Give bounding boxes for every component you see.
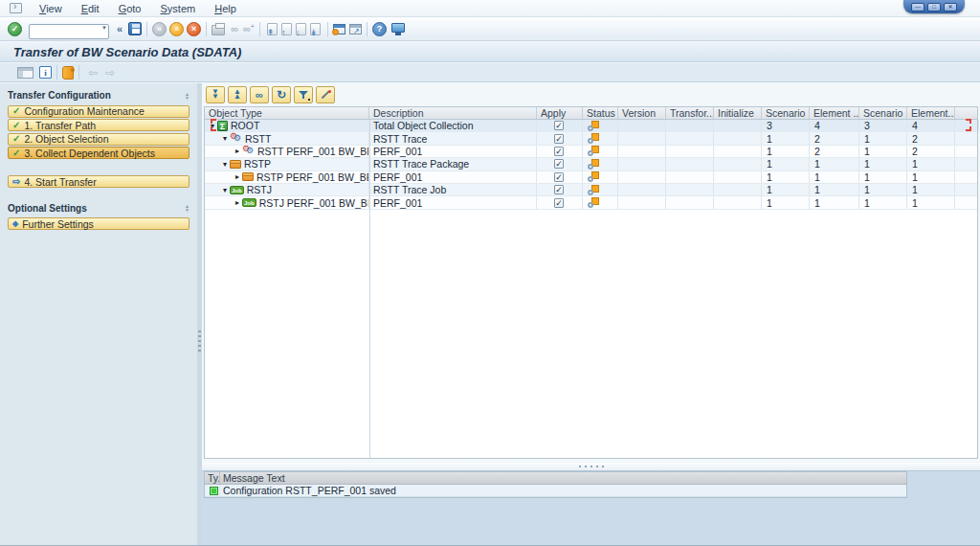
hide-command-field-button[interactable]: « [117, 23, 122, 34]
sidebar-step-button-2-object-selection[interactable]: ✓2. Object Selection [8, 133, 189, 146]
column-header-initialize[interactable]: Initialize [714, 107, 762, 119]
collapse-node-icon[interactable]: ▾ [220, 160, 230, 169]
close-button[interactable]: ✕ [944, 3, 957, 11]
expand-node-icon[interactable]: ▸ [233, 198, 242, 207]
diamond-icon: ◆ [12, 219, 18, 229]
last-page-icon[interactable]: ↡ [310, 23, 321, 35]
column-header-object-type[interactable]: Object Type [205, 107, 369, 119]
find-next-icon[interactable]: ∞ [243, 23, 255, 34]
apply-checkbox[interactable]: ✓ [554, 159, 564, 169]
column-header-status[interactable]: Status [583, 107, 618, 119]
tree-table-row-rstt-perf-001-bw-bex[interactable]: ▸⚙⚙RSTT PERF_001 BW_BEXPERF_001✓1212 [205, 146, 977, 158]
services-for-object-icon[interactable] [62, 66, 74, 80]
menu-item-goto[interactable]: Goto [109, 1, 151, 16]
horizontal-splitter[interactable] [202, 463, 980, 470]
splitter-handle-icon[interactable] [198, 330, 201, 352]
menu-item-edit[interactable]: Edit [72, 1, 109, 16]
configure-layout-button[interactable] [316, 86, 335, 103]
system-menu-icon[interactable] [10, 3, 22, 13]
column-header-element-[interactable]: Element... [907, 107, 955, 119]
sidebar-section-title: Optional Settings▲▼ [0, 190, 197, 216]
back-button[interactable]: « [152, 22, 167, 36]
sidebar-step-button-further-settings[interactable]: ◆Further Settings [8, 217, 189, 230]
next-page-icon[interactable]: ↓ [296, 23, 306, 35]
section-scroll-spinner[interactable]: ▲▼ [185, 92, 189, 100]
apply-checkbox[interactable]: ✓ [554, 147, 564, 156]
refresh-button[interactable]: ↻ [272, 86, 291, 103]
navigate-forward-icon[interactable]: ⇨ [105, 66, 115, 80]
count-cell: 1 [859, 196, 907, 208]
sidebar-step-button-1-transfer-path[interactable]: ✓1. Transfer Path [8, 119, 189, 131]
dropdown-icon[interactable]: ▼ [101, 25, 107, 31]
section-title-text: Transfer Configuration [8, 90, 111, 101]
cancel-button[interactable]: × [187, 22, 201, 36]
empty-cell [714, 132, 762, 144]
previous-page-icon[interactable]: ↑ [281, 23, 292, 35]
tree-table-row-rstt[interactable]: ▾⚙⚙RSTTRSTT Trace✓1212 [205, 132, 977, 145]
expand-all-button[interactable]: ▼▼ [206, 86, 225, 103]
menu-item-system[interactable]: System [150, 1, 205, 16]
sidebar-step-button-configuration-maintenance[interactable]: ✓Configuration Maintenance [8, 105, 189, 118]
tree-table-row-rstj[interactable]: ▾JobRSTJRSTT Trace Job✓1111 [205, 184, 977, 196]
create-shortcut-icon[interactable] [349, 24, 362, 34]
apply-checkbox[interactable]: ✓ [554, 198, 564, 208]
empty-cell [666, 132, 714, 144]
toolbar-separator [146, 22, 147, 36]
enter-button[interactable]: ✓ [8, 22, 22, 36]
command-field[interactable] [29, 24, 109, 39]
tree-table-row-rstj-perf-001-bw-bex[interactable]: ▸JobRSTJ PERF_001 BW_BEXPERF_001✓1111 [205, 196, 977, 209]
column-header-element-[interactable]: Element ... [810, 107, 859, 119]
object-description: PERF_001 [369, 171, 537, 183]
column-header-apply[interactable]: Apply [537, 107, 583, 119]
step-button-label: 1. Transfer Path [24, 120, 96, 131]
standard-toolbar: ✓ ▼ « « « × ∞ ∞ ↟ ↑ ↓ ↡ ? [0, 17, 980, 41]
package-icon [242, 172, 254, 181]
print-icon[interactable] [212, 25, 225, 35]
column-header-description[interactable]: Description [369, 107, 537, 119]
sidebar-step-button-3-collect-dependent-objects[interactable]: ✓3. Collect Dependent Objects [8, 147, 189, 159]
sap-gui-window: ViewEditGotoSystemHelp — □ ✕ ✓ ▼ « « « ×… [0, 0, 980, 546]
title-bar: Transfer of BW Scenario Data (SDATA) [0, 42, 980, 62]
info-icon[interactable]: i [39, 66, 52, 79]
collapse-node-icon[interactable]: ▾ [220, 186, 230, 194]
first-page-icon[interactable]: ↟ [267, 23, 278, 35]
apply-checkbox[interactable]: ✓ [554, 172, 564, 182]
message-column-header-text[interactable]: Message Text [220, 472, 906, 484]
find-button[interactable]: ∞ [250, 86, 269, 103]
sidebar-step-button-4-start-transfer[interactable]: ⇨4. Start Transfer [8, 175, 189, 188]
help-button[interactable]: ? [372, 22, 387, 36]
menu-items: ViewEditGotoSystemHelp [30, 3, 246, 14]
column-header-transfor-[interactable]: Transfor... [666, 107, 714, 119]
gui-settings-icon[interactable] [391, 23, 405, 33]
section-scroll-spinner[interactable]: ▲▼ [185, 204, 189, 212]
message-row[interactable]: Configuration RSTT_PERF_001 saved [205, 485, 906, 497]
tree-column-splitter[interactable] [369, 120, 370, 458]
column-header-scenario-[interactable]: Scenario ... [762, 107, 810, 119]
maximize-button[interactable]: □ [927, 3, 941, 11]
table-view-icon[interactable] [17, 67, 33, 79]
message-column-header-type[interactable]: Ty.. [205, 472, 220, 484]
expand-node-icon[interactable]: ▸ [233, 147, 242, 155]
new-session-icon[interactable] [333, 24, 345, 34]
column-header-scenario-[interactable]: Scenario ... [859, 107, 907, 119]
tree-table-row-root[interactable]: ▾ΣROOTTotal Object Collection✓3434 [205, 120, 977, 132]
collapse-node-icon[interactable]: ▾ [220, 134, 230, 143]
tree-table-row-rstp-perf-001-bw-bex[interactable]: ▸RSTP PERF_001 BW_BEXPERF_001✓1111 [205, 171, 977, 184]
expand-node-icon[interactable]: ▸ [233, 172, 242, 181]
apply-checkbox[interactable]: ✓ [554, 185, 564, 194]
count-cell: 1 [859, 171, 907, 183]
collapse-all-button[interactable]: ▲▲ [228, 86, 247, 103]
menu-item-view[interactable]: View [30, 1, 72, 16]
minimize-button[interactable]: — [911, 3, 924, 11]
column-header-version[interactable]: Version [618, 107, 666, 119]
exit-button[interactable]: « [169, 22, 184, 36]
tree-table-row-rstp[interactable]: ▾RSTPRSTT Trace Package✓1111 [205, 158, 977, 171]
save-button[interactable] [128, 22, 142, 35]
count-cell: 1 [762, 196, 810, 208]
find-icon[interactable]: ∞ [231, 23, 238, 34]
menu-item-help[interactable]: Help [205, 1, 246, 16]
filter-button[interactable] [294, 86, 313, 103]
apply-checkbox[interactable]: ✓ [554, 121, 564, 130]
navigate-back-icon[interactable]: ⇦ [88, 66, 98, 80]
apply-checkbox[interactable]: ✓ [554, 134, 564, 144]
